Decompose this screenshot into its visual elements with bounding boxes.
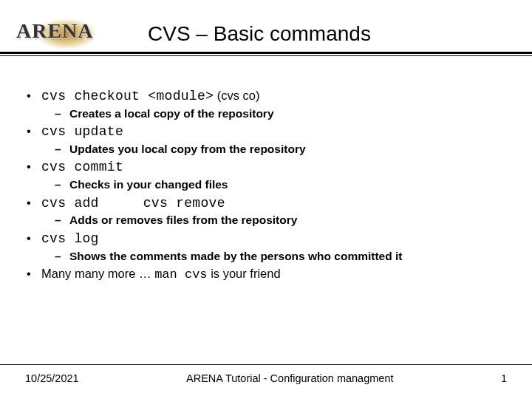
slide-body: cvs checkout <module> (cvs co) Creates a… [0, 65, 532, 283]
footer-center: ARENA Tutorial - Configuration managment [79, 372, 501, 384]
footer-date: 10/25/2021 [25, 372, 79, 384]
bullet-item: cvs addcvs remove [25, 194, 507, 213]
slide-footer: 10/25/2021 ARENA Tutorial - Configuratio… [0, 372, 532, 384]
command-suffix: (cvs co) [217, 89, 260, 102]
sub-bullet: Adds or removes files from the repositor… [25, 212, 507, 228]
last-line-pre: Many many more … [41, 267, 154, 280]
footer-rule [0, 364, 532, 365]
divider-thick [0, 52, 532, 54]
arena-logo: ARENA [16, 19, 94, 43]
sub-bullet: Checks in your changed files [25, 177, 507, 192]
command-text-2: cvs remove [143, 196, 225, 211]
divider-thin [0, 55, 532, 56]
last-line-cmd: man cvs [154, 267, 207, 282]
sub-bullet: Creates a local copy of the repository [25, 106, 507, 121]
command-text: cvs checkout <module> [41, 89, 214, 103]
command-text: cvs log [41, 231, 99, 246]
command-text: cvs update [41, 124, 123, 139]
bullet-item: cvs commit [25, 158, 507, 177]
last-line-post: is your friend [208, 267, 281, 280]
sub-bullet: Updates you local copy from the reposito… [25, 141, 507, 157]
footer-page: 1 [501, 372, 507, 384]
bullet-item: cvs checkout <module> (cvs co) [25, 87, 507, 106]
bullet-item: cvs log [25, 230, 507, 248]
command-text: cvs add [41, 196, 99, 211]
slide-header: ARENA CVS – Basic commands [0, 0, 532, 65]
command-text: cvs commit [41, 160, 123, 174]
sub-bullet: Shows the comments made by the persons w… [25, 248, 507, 264]
bullet-item: cvs update [25, 123, 507, 141]
bullet-item-last: Many many more … man cvs is your friend [25, 265, 507, 283]
